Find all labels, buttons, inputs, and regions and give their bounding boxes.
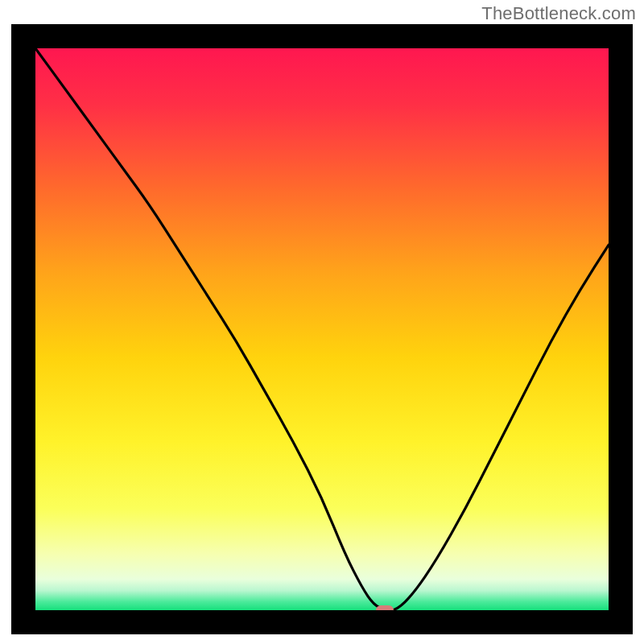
bottleneck-curve-line bbox=[35, 48, 609, 610]
chart-container: TheBottleneck.com bbox=[0, 0, 644, 644]
plot-area bbox=[35, 48, 609, 610]
optimal-point-marker bbox=[376, 605, 394, 610]
curve-layer bbox=[35, 48, 609, 610]
watermark-text: TheBottleneck.com bbox=[481, 3, 636, 24]
